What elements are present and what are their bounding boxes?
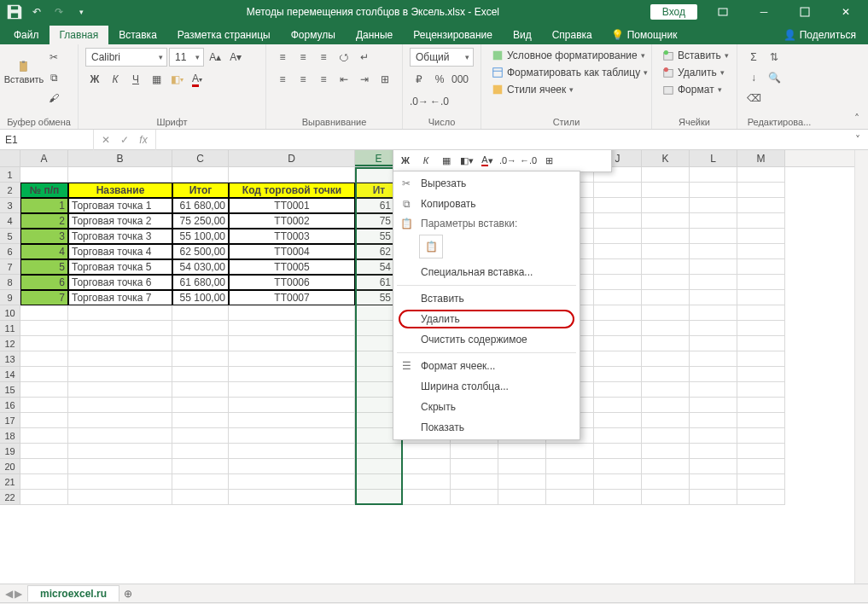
- cell[interactable]: [737, 229, 785, 244]
- cell[interactable]: [229, 413, 355, 428]
- mini-borders-icon[interactable]: ▦: [437, 152, 456, 169]
- cell[interactable]: ТТ0001: [229, 198, 355, 213]
- cell[interactable]: [68, 321, 172, 336]
- cell[interactable]: [737, 259, 785, 275]
- cell[interactable]: [594, 382, 642, 398]
- row-header[interactable]: 21: [0, 474, 20, 490]
- cell[interactable]: [68, 367, 172, 382]
- decrease-font-icon[interactable]: A▾: [226, 48, 245, 67]
- mini-decimal-inc-icon[interactable]: .0→: [498, 152, 517, 169]
- cell[interactable]: [594, 198, 642, 213]
- mini-merge-icon[interactable]: ⊞: [539, 152, 558, 169]
- cell[interactable]: [737, 351, 785, 367]
- cell[interactable]: [172, 474, 229, 490]
- increase-decimal-icon[interactable]: .0→: [410, 92, 428, 111]
- row-header[interactable]: 9: [0, 290, 20, 305]
- format-as-table-button[interactable]: Форматировать как таблицу▾: [488, 65, 644, 80]
- cell[interactable]: [642, 336, 690, 351]
- cell[interactable]: [642, 459, 690, 474]
- cell[interactable]: [172, 305, 229, 321]
- conditional-formatting-button[interactable]: Условное форматирование▾: [488, 48, 644, 63]
- tab-file[interactable]: Файл: [3, 26, 50, 44]
- cell[interactable]: [737, 305, 785, 321]
- cell[interactable]: [737, 459, 785, 474]
- find-icon[interactable]: 🔍: [765, 68, 784, 87]
- currency-icon[interactable]: ₽: [410, 70, 428, 89]
- cell[interactable]: Торговая точка 2: [68, 213, 172, 229]
- cell[interactable]: [20, 367, 68, 382]
- cell[interactable]: [642, 382, 690, 398]
- cell[interactable]: [68, 413, 172, 428]
- cell[interactable]: [172, 444, 229, 459]
- cell[interactable]: [20, 321, 68, 336]
- cell[interactable]: [594, 305, 642, 321]
- cell[interactable]: [20, 336, 68, 351]
- cell[interactable]: [594, 490, 642, 505]
- cell[interactable]: 6: [20, 275, 68, 290]
- cell[interactable]: [20, 382, 68, 398]
- italic-icon[interactable]: К: [106, 70, 125, 89]
- cell[interactable]: 61 680,00: [172, 198, 229, 213]
- cell[interactable]: [229, 398, 355, 413]
- mini-fill-color-icon[interactable]: ◧▾: [457, 152, 476, 169]
- cell[interactable]: [68, 428, 172, 444]
- row-header[interactable]: 16: [0, 398, 20, 413]
- close-icon[interactable]: ✕: [827, 3, 865, 21]
- tab-home[interactable]: Главная: [50, 26, 109, 44]
- paste-button[interactable]: Вставить: [7, 48, 41, 97]
- ctx-insert[interactable]: Вставить: [393, 288, 580, 309]
- align-right-icon[interactable]: ≡: [314, 70, 333, 89]
- cell[interactable]: [594, 398, 642, 413]
- fx-icon[interactable]: fx: [135, 134, 152, 146]
- cell[interactable]: [642, 213, 690, 229]
- cell[interactable]: [20, 167, 68, 183]
- cell[interactable]: 75 250,00: [172, 213, 229, 229]
- save-icon[interactable]: [5, 3, 24, 21]
- cell[interactable]: 2: [20, 213, 68, 229]
- ctx-paste-special[interactable]: Специальная вставка...: [393, 262, 580, 282]
- cell[interactable]: [172, 490, 229, 505]
- cell[interactable]: [594, 474, 642, 490]
- cell[interactable]: 62 500,00: [172, 244, 229, 259]
- maximize-icon[interactable]: [786, 3, 824, 21]
- login-button[interactable]: Вход: [650, 4, 697, 20]
- cell[interactable]: [642, 305, 690, 321]
- cell[interactable]: [172, 398, 229, 413]
- tab-review[interactable]: Рецензирование: [403, 26, 503, 44]
- cell[interactable]: [594, 244, 642, 259]
- cell[interactable]: [690, 459, 737, 474]
- sheet-nav-next-icon[interactable]: ▶: [15, 588, 22, 600]
- cell[interactable]: [594, 290, 642, 305]
- tell-me-button[interactable]: 💡 Помощник: [603, 26, 686, 44]
- cell[interactable]: [594, 367, 642, 382]
- cell[interactable]: [68, 305, 172, 321]
- cell[interactable]: [737, 244, 785, 259]
- row-header[interactable]: 10: [0, 305, 20, 321]
- cell[interactable]: [642, 290, 690, 305]
- enter-formula-icon[interactable]: ✓: [116, 134, 133, 146]
- cell[interactable]: [355, 459, 403, 474]
- fill-icon[interactable]: ↓: [744, 68, 763, 87]
- cell[interactable]: [690, 244, 737, 259]
- sort-filter-icon[interactable]: ⇅: [765, 48, 784, 67]
- add-sheet-icon[interactable]: ⊕: [119, 588, 137, 600]
- share-button[interactable]: 👤 Поделиться: [775, 26, 865, 44]
- tab-formulas[interactable]: Формулы: [281, 26, 346, 44]
- tab-insert[interactable]: Вставка: [108, 26, 167, 44]
- cell[interactable]: [737, 428, 785, 444]
- cell[interactable]: [594, 413, 642, 428]
- sheet-tab[interactable]: microexcel.ru: [27, 585, 119, 601]
- cell[interactable]: [451, 459, 498, 474]
- insert-cells-button[interactable]: Вставить▾: [659, 48, 730, 63]
- cell[interactable]: [737, 382, 785, 398]
- cell[interactable]: [642, 398, 690, 413]
- cell[interactable]: [172, 336, 229, 351]
- merge-icon[interactable]: ⊞: [376, 70, 394, 89]
- cell[interactable]: [642, 275, 690, 290]
- cell[interactable]: [68, 474, 172, 490]
- qat-more-icon[interactable]: ▾: [72, 3, 90, 21]
- cell[interactable]: ТТ0006: [229, 275, 355, 290]
- cell[interactable]: [594, 459, 642, 474]
- ctx-show[interactable]: Показать: [393, 417, 580, 438]
- ribbon-options-icon[interactable]: [704, 3, 742, 21]
